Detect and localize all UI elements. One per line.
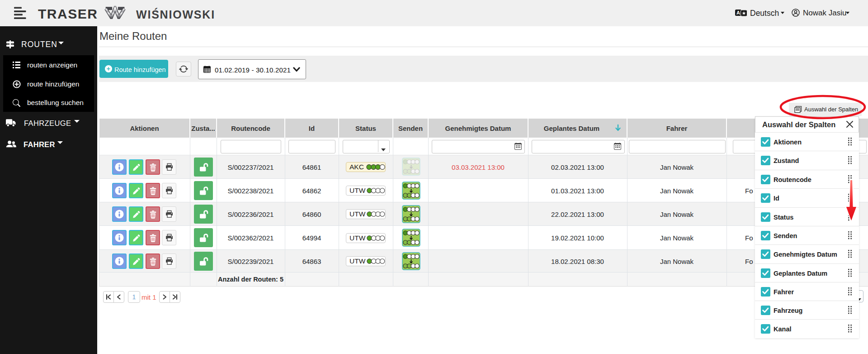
svg-text:A: A [736, 10, 740, 15]
